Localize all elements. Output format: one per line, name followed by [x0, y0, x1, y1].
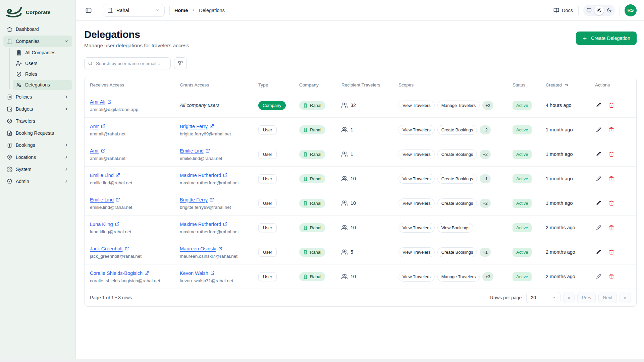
- status-badge: Active: [513, 199, 532, 208]
- delete-button[interactable]: [608, 199, 615, 207]
- grants-access-link[interactable]: Brigitte Ferry: [180, 197, 214, 202]
- column-header-status: Status: [513, 82, 546, 87]
- sidebar-item-companies[interactable]: Companies: [3, 36, 72, 47]
- sidebar-item-admin[interactable]: Admin: [3, 176, 72, 187]
- edit-button[interactable]: [595, 199, 602, 207]
- sidebar-item-bookings[interactable]: Bookings: [3, 139, 72, 151]
- scopes-cell: View TravelersCreate Bookings+1: [398, 247, 513, 257]
- first-page-button[interactable]: «: [563, 292, 575, 303]
- sidebar-item-all-companies[interactable]: All Companies: [13, 48, 72, 58]
- sidebar-item-policies[interactable]: Policies: [3, 91, 72, 103]
- ext-icon: [223, 173, 227, 177]
- receives-access-link[interactable]: Emilie Lind: [90, 173, 120, 178]
- prev-page-button[interactable]: Prev: [577, 292, 596, 303]
- grants-access-link[interactable]: Maxime Rutherford: [180, 222, 227, 227]
- receives-access-link[interactable]: Luna Kling: [90, 222, 119, 227]
- scope-badge: Create Bookings: [437, 174, 477, 184]
- recipient-travelers-count: 10: [351, 200, 356, 206]
- sidebar-item-travelers[interactable]: Travelers: [3, 115, 72, 127]
- delete-button[interactable]: [608, 224, 615, 231]
- grants-access-link[interactable]: Brigitte Ferry: [180, 124, 214, 129]
- receives-access-link[interactable]: Amr Ali: [90, 99, 112, 105]
- edit-button[interactable]: [595, 150, 602, 158]
- type-badge: User: [258, 125, 277, 134]
- status-badge: Active: [513, 125, 532, 134]
- create-delegation-button[interactable]: Create Delegation: [576, 32, 637, 45]
- theme-system-button[interactable]: [584, 6, 594, 15]
- sidebar-item-system[interactable]: System: [3, 164, 72, 175]
- building-icon: [303, 152, 308, 157]
- receives-access-link[interactable]: Amr: [90, 148, 105, 154]
- receives-access-link[interactable]: Coralie Shields-Bogisich: [90, 270, 149, 276]
- filter-button[interactable]: [174, 57, 187, 69]
- sidebar-item-users[interactable]: Users: [13, 58, 72, 68]
- breadcrumb-home[interactable]: Home: [174, 8, 188, 13]
- chevron-right-icon: [191, 8, 196, 12]
- divider: [578, 6, 579, 15]
- recipient-travelers: 10: [341, 200, 398, 206]
- edit-button[interactable]: [595, 248, 602, 256]
- sidebar-item-roles[interactable]: Roles: [13, 69, 72, 79]
- building-icon: [7, 39, 12, 44]
- delete-button[interactable]: [608, 126, 615, 133]
- receives-access-email: jack_greenholt@rahal.net: [90, 254, 180, 259]
- type-badge: User: [258, 248, 277, 257]
- type-badge: User: [258, 272, 277, 281]
- last-page-button[interactable]: »: [620, 292, 631, 303]
- docs-button[interactable]: Docs: [553, 6, 574, 14]
- delete-button[interactable]: [608, 102, 615, 109]
- edit-button[interactable]: [595, 273, 602, 280]
- receives-access-link[interactable]: Amr: [90, 124, 105, 129]
- status-badge: Active: [513, 174, 532, 183]
- created-cell: 2 months ago: [546, 274, 595, 279]
- delete-button[interactable]: [608, 248, 615, 256]
- grants-access-link[interactable]: Kevon Walsh: [180, 270, 215, 276]
- grants-access-link[interactable]: Maureen Osinski: [180, 246, 223, 251]
- sidebar-item-booking-requests[interactable]: Booking Requests: [3, 127, 72, 139]
- receives-access-link[interactable]: Emilie Lind: [90, 197, 120, 202]
- theme-light-button[interactable]: [594, 6, 604, 15]
- sidebar-item-label: Admin: [16, 179, 29, 184]
- delete-button[interactable]: [608, 175, 615, 182]
- sidebar-item-locations[interactable]: Locations: [3, 152, 72, 163]
- sidebar: Corporate DashboardCompaniesAll Companie…: [0, 0, 76, 359]
- edit-button[interactable]: [595, 126, 602, 133]
- recipient-travelers: 10: [341, 176, 398, 182]
- ext-icon: [115, 222, 119, 226]
- sidebar-toggle-button[interactable]: [84, 6, 93, 15]
- recipient-travelers: 10: [341, 225, 398, 231]
- extra-scopes-badge: +2: [482, 101, 493, 110]
- ext-icon: [223, 222, 227, 226]
- grants-access-link[interactable]: Maxime Rutherford: [180, 173, 227, 178]
- theme-dark-button[interactable]: [604, 6, 614, 15]
- status-badge: Active: [513, 101, 532, 110]
- company-selector[interactable]: Rahal: [103, 4, 165, 17]
- status-badge: Active: [513, 150, 532, 159]
- company-badge: Rahal: [299, 150, 325, 159]
- search-input[interactable]: [95, 61, 167, 66]
- sidebar-item-dashboard[interactable]: Dashboard: [3, 23, 72, 35]
- rows-per-page-select[interactable]: 20: [526, 292, 560, 303]
- sidebar-item-budgets[interactable]: Budgets: [3, 103, 72, 115]
- column-header-receives-access: Receives Access: [90, 82, 180, 87]
- column-header-grants-access: Grants Access: [180, 82, 258, 87]
- app-window: Corporate DashboardCompaniesAll Companie…: [0, 0, 644, 359]
- grants-access-link[interactable]: Emilie Lind: [180, 148, 210, 154]
- user-avatar[interactable]: RS: [625, 4, 637, 16]
- moon-icon: [607, 8, 612, 13]
- edit-button[interactable]: [595, 102, 602, 109]
- ext-icon: [107, 100, 112, 104]
- delete-button[interactable]: [608, 150, 615, 158]
- scope-badge: View Travelers: [398, 125, 435, 135]
- sidebar-item-label: System: [16, 167, 32, 172]
- edit-button[interactable]: [595, 175, 602, 182]
- user-plus-icon: [16, 61, 22, 66]
- sort-icon: [564, 82, 569, 87]
- column-header-created[interactable]: Created: [546, 82, 595, 87]
- edit-button[interactable]: [595, 224, 602, 231]
- sidebar-item-delegations[interactable]: Delegations: [13, 80, 72, 90]
- receives-access-link[interactable]: Jack Greenholt: [90, 246, 129, 251]
- next-page-button[interactable]: Next: [598, 292, 617, 303]
- recipient-travelers-count: 1: [351, 127, 353, 132]
- delete-button[interactable]: [608, 273, 615, 280]
